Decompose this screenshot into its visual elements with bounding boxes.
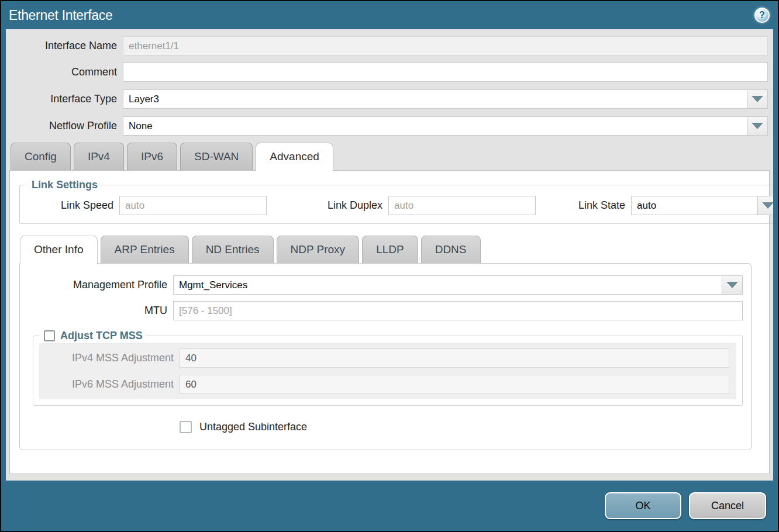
untagged-subinterface-row: Untagged Subinterface — [180, 421, 743, 433]
dialog-footer: OK Cancel — [1, 481, 778, 531]
help-icon[interactable]: ? — [754, 8, 770, 23]
tab-config[interactable]: Config — [11, 143, 71, 170]
adjust-tcp-mss-fieldset: Adjust TCP MSS IPv4 MSS Adjustment IPv6 … — [33, 330, 743, 406]
cancel-button[interactable]: Cancel — [689, 492, 766, 519]
comment-row: Comment — [6, 63, 768, 82]
link-state-dropdown-button[interactable] — [757, 196, 773, 215]
tab-arp-entries[interactable]: ARP Entries — [101, 236, 189, 263]
management-profile-dropdown[interactable] — [173, 275, 743, 295]
tab-ddns[interactable]: DDNS — [421, 236, 481, 263]
ipv6-mss-field — [180, 375, 729, 394]
tab-ipv6[interactable]: IPv6 — [127, 143, 177, 170]
dialog-body: Interface Name Comment Interface Type Ne… — [6, 29, 773, 481]
ipv4-mss-field — [180, 348, 729, 368]
adjust-tcp-mss-legend: Adjust TCP MSS — [44, 330, 143, 342]
netflow-profile-row: Netflow Profile — [6, 116, 768, 136]
tab-nd-entries[interactable]: ND Entries — [192, 236, 274, 263]
link-settings-fieldset: Link Settings Link Speed Link Duplex Lin… — [19, 179, 773, 224]
interface-name-field — [123, 36, 768, 56]
question-mark-icon: ? — [759, 10, 765, 20]
ipv4-mss-row: IPv4 MSS Adjustment — [46, 348, 729, 368]
interface-type-dropdown[interactable] — [123, 89, 768, 109]
chevron-down-icon — [752, 96, 763, 102]
ipv6-mss-row: IPv6 MSS Adjustment — [46, 375, 729, 394]
mtu-field[interactable] — [173, 301, 743, 320]
untagged-subinterface-checkbox[interactable] — [180, 421, 192, 433]
adjust-tcp-mss-label: Adjust TCP MSS — [60, 330, 143, 342]
link-state-label: Link State — [571, 199, 631, 212]
ipv6-mss-label: IPv6 MSS Adjustment — [46, 378, 180, 391]
advanced-tab-panel: Link Settings Link Speed Link Duplex Lin… — [9, 170, 770, 474]
tab-lldp[interactable]: LLDP — [362, 236, 418, 263]
link-state-value[interactable] — [631, 196, 757, 215]
interface-name-row: Interface Name — [6, 36, 768, 56]
netflow-profile-dropdown[interactable] — [123, 116, 768, 136]
adjust-tcp-mss-checkbox[interactable] — [44, 330, 55, 341]
tab-advanced[interactable]: Advanced — [256, 143, 333, 171]
management-profile-row: Management Profile — [20, 275, 743, 295]
link-settings-row: Link Speed Link Duplex Link State — [27, 196, 773, 215]
main-tab-bar: Config IPv4 IPv6 SD-WAN Advanced — [11, 143, 773, 170]
interface-type-row: Interface Type — [6, 89, 768, 109]
link-duplex-label: Link Duplex — [295, 199, 388, 212]
title-bar: Ethernet Interface ? — [1, 1, 778, 29]
mtu-row: MTU — [20, 301, 743, 320]
chevron-down-icon — [752, 123, 763, 129]
tab-ndp-proxy[interactable]: NDP Proxy — [277, 236, 360, 263]
tab-sdwan[interactable]: SD-WAN — [180, 143, 253, 170]
ethernet-interface-dialog: Ethernet Interface ? Interface Name Comm… — [0, 0, 779, 532]
inner-tab-bar: Other Info ARP Entries ND Entries NDP Pr… — [20, 236, 760, 263]
chevron-down-icon — [762, 202, 773, 209]
comment-field[interactable] — [123, 63, 768, 82]
chevron-down-icon — [726, 282, 738, 288]
link-speed-label: Link Speed — [27, 199, 119, 212]
interface-type-dropdown-button[interactable] — [747, 89, 768, 109]
link-duplex-field[interactable] — [388, 196, 536, 215]
link-settings-legend: Link Settings — [28, 179, 101, 191]
management-profile-label: Management Profile — [20, 279, 173, 291]
link-speed-field[interactable] — [119, 196, 267, 215]
ok-button[interactable]: OK — [605, 492, 681, 519]
tab-ipv4[interactable]: IPv4 — [74, 143, 124, 170]
other-info-panel: Management Profile MTU — [19, 263, 752, 450]
interface-type-label: Interface Type — [6, 93, 123, 105]
netflow-profile-label: Netflow Profile — [6, 120, 123, 132]
mss-disabled-section: IPv4 MSS Adjustment IPv6 MSS Adjustment — [39, 343, 736, 399]
untagged-subinterface-label: Untagged Subinterface — [199, 421, 307, 433]
comment-label: Comment — [6, 66, 123, 78]
netflow-profile-dropdown-button[interactable] — [747, 116, 768, 136]
dialog-title: Ethernet Interface — [9, 8, 112, 23]
management-profile-value[interactable] — [173, 275, 722, 295]
tab-other-info[interactable]: Other Info — [20, 236, 98, 264]
link-state-dropdown[interactable] — [631, 196, 773, 215]
netflow-profile-value[interactable] — [123, 116, 747, 136]
ipv4-mss-label: IPv4 MSS Adjustment — [46, 352, 180, 364]
mtu-label: MTU — [20, 305, 173, 317]
interface-name-label: Interface Name — [6, 40, 123, 52]
interface-type-value[interactable] — [123, 89, 747, 109]
management-profile-dropdown-button[interactable] — [722, 275, 743, 295]
